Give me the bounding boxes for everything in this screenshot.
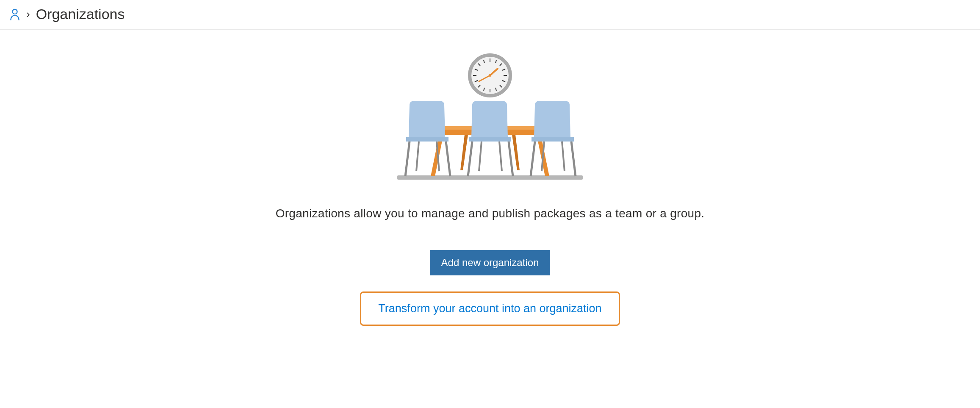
svg-rect-1 <box>397 175 583 180</box>
svg-line-39 <box>531 142 535 176</box>
clock-icon <box>470 55 510 96</box>
svg-rect-28 <box>406 137 448 142</box>
svg-marker-27 <box>512 135 520 170</box>
chair-icon <box>405 101 450 176</box>
meeting-room-illustration <box>388 53 592 182</box>
user-icon[interactable] <box>9 8 20 21</box>
breadcrumb: › Organizations <box>0 0 980 30</box>
svg-line-37 <box>499 142 502 171</box>
svg-line-42 <box>562 142 565 171</box>
svg-line-36 <box>479 142 482 171</box>
chair-icon <box>531 101 576 176</box>
content: Organizations allow you to manage and pu… <box>0 30 980 326</box>
transform-account-button[interactable]: Transform your account into an organizat… <box>360 291 620 326</box>
svg-marker-26 <box>460 135 468 170</box>
svg-point-21 <box>489 74 491 77</box>
svg-line-34 <box>468 142 472 176</box>
description-text: Organizations allow you to manage and pu… <box>276 207 705 220</box>
svg-line-30 <box>446 142 450 176</box>
svg-line-29 <box>405 142 410 176</box>
svg-rect-38 <box>532 137 574 142</box>
page-title: Organizations <box>36 6 125 22</box>
chair-icon <box>468 101 513 176</box>
svg-line-31 <box>416 142 419 171</box>
svg-line-40 <box>571 142 576 176</box>
svg-line-35 <box>509 142 513 176</box>
chevron-right-icon: › <box>26 8 30 21</box>
svg-point-0 <box>12 9 17 14</box>
add-new-organization-button[interactable]: Add new organization <box>430 250 550 275</box>
svg-rect-33 <box>469 137 511 142</box>
